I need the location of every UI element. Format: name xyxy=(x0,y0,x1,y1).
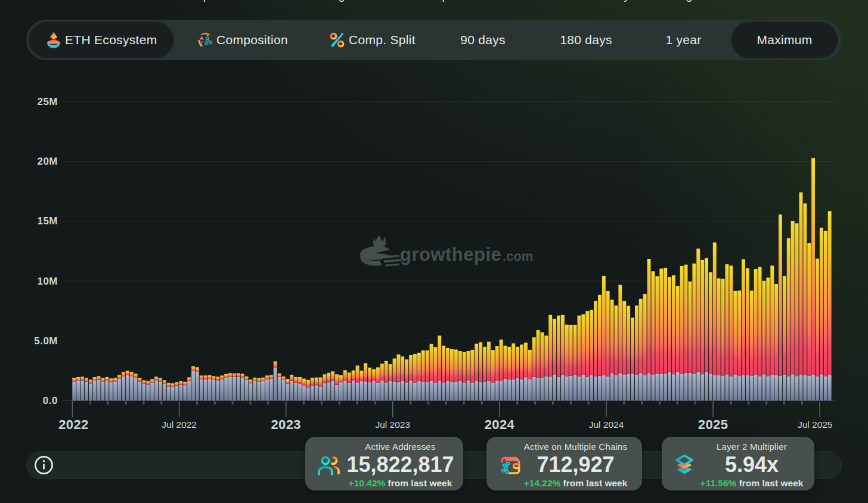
svg-text:0.0: 0.0 xyxy=(43,395,58,406)
svg-text:growthepie: growthepie xyxy=(400,244,501,265)
svg-text:2023: 2023 xyxy=(271,417,301,432)
svg-text:25M: 25M xyxy=(37,96,58,107)
svg-text:Jul 2025: Jul 2025 xyxy=(798,419,833,430)
svg-text:2024: 2024 xyxy=(485,417,515,432)
svg-text:15M: 15M xyxy=(37,215,58,227)
svg-text:10M: 10M xyxy=(37,276,58,287)
svg-text:5.0M: 5.0M xyxy=(34,335,58,347)
svg-text:2022: 2022 xyxy=(58,417,89,432)
svg-text:Jul 2024: Jul 2024 xyxy=(589,419,624,430)
svg-text:2025: 2025 xyxy=(698,417,728,432)
svg-text:Jul 2022: Jul 2022 xyxy=(162,419,197,430)
svg-text:.com: .com xyxy=(503,249,533,264)
svg-text:Jul 2023: Jul 2023 xyxy=(375,419,410,430)
svg-text:20M: 20M xyxy=(37,156,58,167)
